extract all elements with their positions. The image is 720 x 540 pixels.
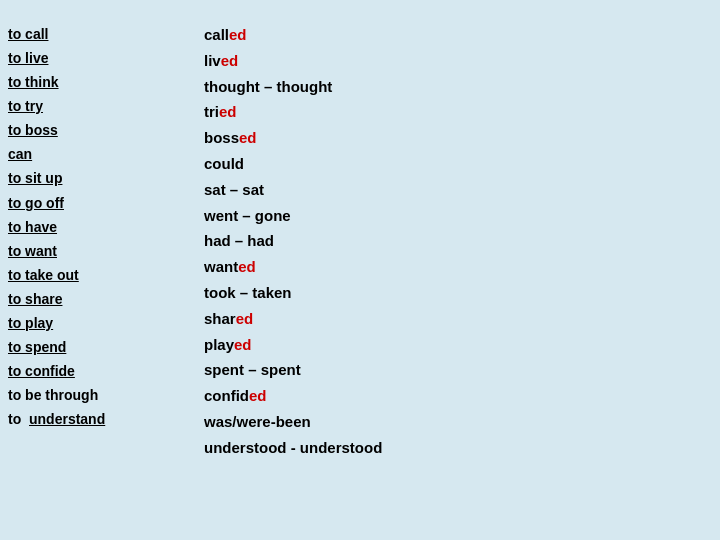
verb-left-1: to live bbox=[8, 46, 192, 70]
verb-left-14: to confide bbox=[8, 359, 192, 383]
verb-right-2: thought – thought bbox=[204, 74, 712, 100]
content: to callto liveto thinkto tryto bosscanto… bbox=[0, 18, 720, 540]
verb-left-12: to play bbox=[8, 311, 192, 335]
verb-left-11: to share bbox=[8, 287, 192, 311]
verb-left-6: to sit up bbox=[8, 166, 192, 190]
verb-right-11: shared bbox=[204, 306, 712, 332]
page: to callto liveto thinkto tryto bosscanto… bbox=[0, 0, 720, 540]
verb-left-0: to call bbox=[8, 22, 192, 46]
header bbox=[0, 0, 720, 18]
verb-left-5: can bbox=[8, 142, 192, 166]
verb-right-13: spent – spent bbox=[204, 357, 712, 383]
verb-right-16: understood - understood bbox=[204, 435, 712, 461]
verb-left-9: to want bbox=[8, 239, 192, 263]
verb-left-7: to go off bbox=[8, 191, 192, 215]
verb-left-2: to think bbox=[8, 70, 192, 94]
verb-right-15: was/were-been bbox=[204, 409, 712, 435]
verb-right-8: had – had bbox=[204, 228, 712, 254]
verb-left-15: to be through bbox=[8, 383, 192, 407]
verb-right-1: lived bbox=[204, 48, 712, 74]
verb-right-5: could bbox=[204, 151, 712, 177]
verb-right-9: wanted bbox=[204, 254, 712, 280]
left-column: to callto liveto thinkto tryto bosscanto… bbox=[0, 22, 200, 540]
verb-right-6: sat – sat bbox=[204, 177, 712, 203]
verb-right-7: went – gone bbox=[204, 203, 712, 229]
right-column: calledlivedthought – thoughttriedbossedc… bbox=[200, 22, 720, 540]
verb-right-3: tried bbox=[204, 99, 712, 125]
verb-left-13: to spend bbox=[8, 335, 192, 359]
verb-right-14: confided bbox=[204, 383, 712, 409]
verb-left-3: to try bbox=[8, 94, 192, 118]
verb-right-0: called bbox=[204, 22, 712, 48]
verb-right-12: played bbox=[204, 332, 712, 358]
verb-left-16: to understand bbox=[8, 407, 192, 431]
verb-right-10: took – taken bbox=[204, 280, 712, 306]
verb-left-10: to take out bbox=[8, 263, 192, 287]
verb-right-4: bossed bbox=[204, 125, 712, 151]
verb-left-8: to have bbox=[8, 215, 192, 239]
verb-left-4: to boss bbox=[8, 118, 192, 142]
